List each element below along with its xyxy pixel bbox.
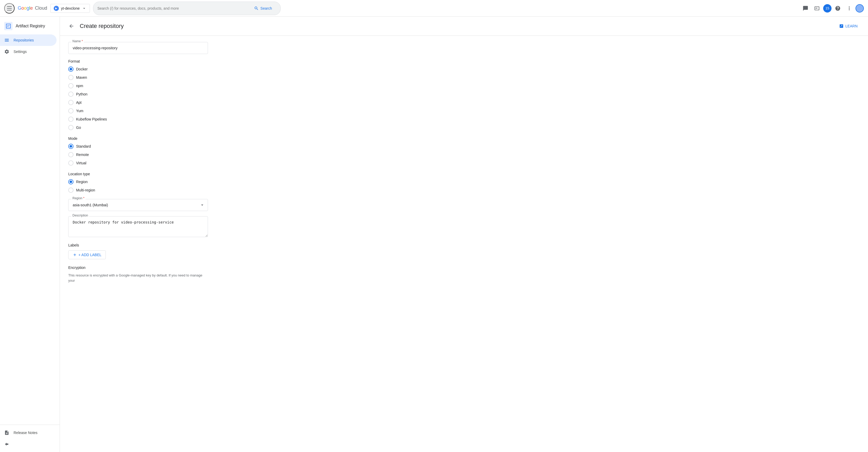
notifications-button[interactable] — [800, 3, 811, 13]
project-name: yt-devclone — [61, 6, 80, 10]
page-header: Create repository LEARN — [60, 17, 868, 36]
region-field-group: Region asia-south1 (Mumbai) us-central1 … — [68, 199, 208, 211]
form-container: Name Format Docker Maven — [60, 36, 216, 295]
mode-section: Mode Standard Remote Virtual — [68, 136, 208, 166]
back-arrow-icon — [68, 23, 74, 29]
format-option-npm[interactable]: npm — [68, 83, 208, 88]
format-option-apt[interactable]: Apt — [68, 100, 208, 105]
location-option-multi-region[interactable]: Multi-region — [68, 188, 208, 193]
sidebar-item-settings[interactable]: Settings — [0, 46, 57, 57]
mode-option-standard[interactable]: Standard — [68, 144, 208, 149]
mode-label: Mode — [68, 136, 208, 141]
settings-icon — [4, 49, 9, 54]
description-field-group: Description Docker repository for video-… — [68, 216, 208, 238]
sidebar-item-label: Release Notes — [13, 431, 37, 435]
format-option-maven[interactable]: Maven — [68, 75, 208, 80]
format-radio-group: Docker Maven npm Python — [68, 66, 208, 130]
name-input[interactable] — [68, 42, 208, 54]
labels-label: Labels — [68, 243, 208, 247]
python-radio-circle — [68, 91, 73, 97]
chevron-down-icon — [82, 6, 87, 11]
standard-radio-circle — [68, 144, 73, 149]
project-selector[interactable]: ▶ yt-devclone — [50, 4, 90, 13]
help-button[interactable] — [833, 3, 843, 13]
notification-badge[interactable]: 15 — [823, 4, 832, 12]
sidebar-header: Artifact Registry — [0, 19, 60, 34]
kubeflow-radio-circle — [68, 117, 73, 122]
search-button[interactable]: Search — [250, 4, 276, 13]
menu-button[interactable] — [4, 3, 14, 13]
description-input[interactable]: Docker repository for video-processing-s… — [68, 216, 208, 237]
add-icon — [73, 253, 77, 257]
name-field-group: Name — [68, 42, 208, 54]
project-icon: ▶ — [54, 6, 59, 11]
sidebar-item-label: Settings — [13, 50, 27, 54]
top-navigation: Google Cloud ▶ yt-devclone Search 15 — [0, 0, 868, 17]
collapse-icon — [4, 442, 9, 447]
sidebar-item-repositories[interactable]: Repositories — [0, 34, 57, 46]
mode-radio-group: Standard Remote Virtual — [68, 144, 208, 166]
main-content: Create repository LEARN Name Format Dock… — [60, 17, 868, 452]
encryption-section: Encryption This resource is encrypted wi… — [68, 265, 208, 283]
back-button[interactable] — [66, 21, 76, 31]
format-option-python[interactable]: Python — [68, 91, 208, 97]
region-radio-circle — [68, 179, 73, 185]
npm-radio-circle — [68, 83, 73, 88]
region-select-wrapper: asia-south1 (Mumbai) us-central1 (Iowa) … — [68, 199, 208, 211]
region-select[interactable]: asia-south1 (Mumbai) us-central1 (Iowa) … — [68, 199, 208, 211]
description-label: Description — [71, 214, 89, 217]
collapse-sidebar-button[interactable] — [0, 439, 60, 450]
mode-option-remote[interactable]: Remote — [68, 152, 208, 157]
yum-radio-circle — [68, 108, 73, 113]
release-notes-icon — [4, 430, 9, 435]
labels-section: Labels + ADD LABEL — [68, 243, 208, 259]
add-label-text: + ADD LABEL — [79, 253, 101, 257]
encryption-label: Encryption — [68, 265, 208, 270]
sidebar-item-release-notes[interactable]: Release Notes — [0, 427, 60, 439]
app-layout: Artifact Registry Repositories Settings … — [0, 17, 868, 452]
region-label: Region — [71, 196, 86, 200]
format-option-docker[interactable]: Docker — [68, 66, 208, 72]
docker-radio-circle — [68, 66, 73, 72]
name-label: Name — [71, 39, 84, 43]
avatar[interactable] — [856, 4, 864, 12]
format-option-yum[interactable]: Yum — [68, 108, 208, 113]
encryption-text: This resource is encrypted with a Google… — [68, 273, 208, 283]
multi-region-radio-circle — [68, 188, 73, 193]
more-options-button[interactable] — [844, 3, 855, 13]
sidebar-footer: Release Notes — [0, 425, 60, 452]
learn-button[interactable]: LEARN — [835, 22, 862, 30]
artifact-registry-logo — [4, 22, 12, 30]
sidebar: Artifact Registry Repositories Settings … — [0, 17, 60, 452]
mode-option-virtual[interactable]: Virtual — [68, 161, 208, 166]
sidebar-title: Artifact Registry — [16, 24, 45, 28]
location-option-region[interactable]: Region — [68, 179, 208, 185]
virtual-radio-circle — [68, 161, 73, 166]
apt-radio-circle — [68, 100, 73, 105]
google-cloud-logo: Google Cloud — [18, 5, 47, 11]
hamburger-icon — [7, 6, 12, 10]
cloud-shell-button[interactable] — [812, 3, 822, 13]
search-icon — [254, 6, 259, 11]
svg-rect-0 — [4, 22, 12, 30]
location-radio-group: Region Multi-region — [68, 179, 208, 193]
go-radio-circle — [68, 125, 73, 130]
page-title: Create repository — [80, 23, 124, 29]
remote-radio-circle — [68, 152, 73, 157]
location-type-section: Location type Region Multi-region — [68, 172, 208, 193]
format-option-go[interactable]: Go — [68, 125, 208, 130]
format-section: Format Docker Maven npm — [68, 59, 208, 130]
page-header-left: Create repository — [66, 21, 124, 31]
add-label-button[interactable]: + ADD LABEL — [68, 250, 106, 259]
repositories-icon — [4, 37, 9, 43]
maven-radio-circle — [68, 75, 73, 80]
location-type-label: Location type — [68, 172, 208, 176]
learn-icon — [839, 24, 844, 28]
sidebar-item-label: Repositories — [13, 38, 34, 42]
search-input[interactable] — [97, 6, 250, 10]
sidebar-nav: Repositories Settings — [0, 34, 60, 425]
format-label: Format — [68, 59, 208, 63]
nav-actions: 15 — [800, 3, 864, 13]
format-option-kubeflow[interactable]: Kubeflow Pipelines — [68, 117, 208, 122]
search-button-label: Search — [260, 6, 272, 10]
